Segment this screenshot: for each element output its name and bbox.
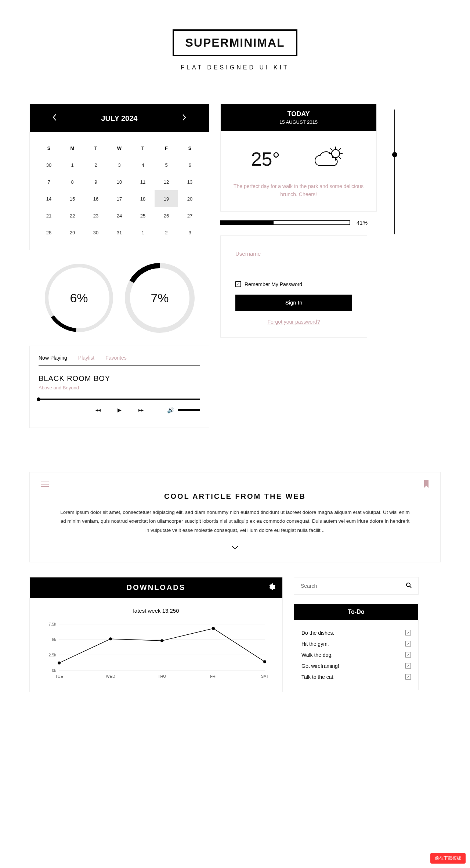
calendar-dow: S	[37, 140, 61, 156]
downloads-caption: latest week 13,250	[41, 608, 271, 614]
todo-item[interactable]: Walk the dog. ✓	[301, 649, 411, 660]
calendar-prev-icon[interactable]	[52, 114, 57, 123]
checkbox-icon[interactable]: ✓	[405, 641, 411, 647]
calendar-day[interactable]: 10	[108, 173, 131, 190]
calendar-day[interactable]: 15	[61, 190, 84, 207]
calendar-day[interactable]: 20	[178, 190, 202, 207]
calendar-day[interactable]: 13	[178, 173, 202, 190]
player-tab[interactable]: Playlist	[78, 355, 94, 361]
gauge-label: 6%	[42, 261, 116, 335]
weather-date: 15 AUGUST 2015	[221, 119, 376, 125]
todo-text: Talk to the cat.	[301, 674, 335, 680]
bookmark-icon[interactable]	[423, 480, 429, 489]
calendar-day[interactable]: 12	[155, 173, 178, 190]
calendar-day[interactable]: 30	[37, 156, 61, 173]
calendar-day[interactable]: 19	[155, 190, 178, 207]
calendar-day[interactable]: 1	[61, 156, 84, 173]
calendar-day[interactable]: 1	[131, 224, 155, 241]
todo-item[interactable]: Do the dishes. ✓	[301, 627, 411, 638]
hamburger-icon[interactable]	[41, 481, 49, 489]
calendar-day[interactable]: 6	[178, 156, 202, 173]
calendar-widget: JULY 2024 SMTWTFS30123456789101112131415…	[29, 104, 209, 250]
todo-item[interactable]: Get wireframing! ✓	[301, 660, 411, 671]
play-icon[interactable]: ▶	[118, 407, 122, 413]
calendar-dow: W	[108, 140, 131, 156]
calendar-day[interactable]: 22	[61, 207, 84, 224]
next-track-icon[interactable]: ▸▸	[138, 407, 144, 413]
checkbox-icon[interactable]: ✓	[235, 281, 241, 287]
gear-icon[interactable]	[268, 583, 276, 593]
todo-item[interactable]: Hit the gym. ✓	[301, 638, 411, 649]
calendar-day[interactable]: 7	[37, 173, 61, 190]
vertical-slider[interactable]	[389, 104, 400, 240]
weather-temp: 25°	[251, 148, 280, 170]
svg-text:5k: 5k	[52, 637, 56, 642]
seek-bar[interactable]	[39, 399, 200, 400]
calendar-dow: M	[61, 140, 84, 156]
calendar-next-icon[interactable]	[182, 114, 187, 123]
checkbox-icon[interactable]: ✓	[405, 663, 411, 669]
volume-slider[interactable]	[178, 409, 200, 411]
todo-text: Walk the dog.	[301, 652, 333, 658]
calendar-day[interactable]: 25	[131, 207, 155, 224]
checkbox-icon[interactable]: ✓	[405, 652, 411, 658]
search-input[interactable]	[301, 583, 406, 589]
calendar-day[interactable]: 29	[61, 224, 84, 241]
svg-text:2.5k: 2.5k	[48, 653, 56, 657]
calendar-day[interactable]: 31	[108, 224, 131, 241]
calendar-day[interactable]: 18	[131, 190, 155, 207]
checkbox-icon[interactable]: ✓	[405, 630, 411, 635]
remember-checkbox[interactable]: ✓ Remember My Password	[235, 281, 352, 287]
calendar-day[interactable]: 30	[84, 224, 108, 241]
svg-point-23	[58, 662, 61, 664]
calendar-day[interactable]: 4	[131, 156, 155, 173]
todo-text: Get wireframing!	[301, 663, 339, 669]
svg-text:FRI: FRI	[210, 674, 217, 678]
downloads-widget: DOWNLOADS latest week 13,250 0k2.5k5k7.5…	[29, 577, 283, 692]
calendar-day[interactable]: 23	[84, 207, 108, 224]
weather-today-label: TODAY	[221, 110, 376, 118]
slider-thumb[interactable]	[392, 152, 397, 157]
forgot-password-link[interactable]: Forgot your password?	[235, 319, 352, 325]
calendar-day[interactable]: 14	[37, 190, 61, 207]
prev-track-icon[interactable]: ◂◂	[95, 407, 101, 413]
calendar-day[interactable]: 28	[37, 224, 61, 241]
search-icon[interactable]	[406, 582, 412, 590]
todo-item[interactable]: Talk to the cat. ✓	[301, 671, 411, 682]
downloads-chart: 0k2.5k5k7.5kTUEWEDTHUFRISAT	[41, 620, 268, 679]
calendar-day[interactable]: 2	[155, 224, 178, 241]
svg-line-11	[339, 148, 341, 150]
page-title: SUPERMINIMAL	[173, 29, 297, 56]
signin-button[interactable]: Sign In	[235, 295, 352, 311]
username-input[interactable]	[235, 248, 352, 259]
calendar-day[interactable]: 5	[155, 156, 178, 173]
calendar-day[interactable]: 3	[178, 224, 202, 241]
calendar-day[interactable]: 26	[155, 207, 178, 224]
calendar-day[interactable]: 16	[84, 190, 108, 207]
svg-point-25	[160, 639, 163, 642]
player-tab[interactable]: Favorites	[105, 355, 127, 361]
calendar-day[interactable]: 24	[108, 207, 131, 224]
player-tab[interactable]: Now Playing	[39, 355, 67, 361]
calendar-day[interactable]: 27	[178, 207, 202, 224]
calendar-day[interactable]: 21	[37, 207, 61, 224]
svg-text:THU: THU	[158, 674, 166, 678]
calendar-day[interactable]: 2	[84, 156, 108, 173]
svg-text:0k: 0k	[52, 668, 56, 673]
checkbox-icon[interactable]: ✓	[405, 674, 411, 680]
music-player: Now PlayingPlaylistFavorites BLACK ROOM …	[29, 346, 209, 428]
svg-point-27	[263, 660, 266, 663]
calendar-dow: S	[178, 140, 202, 156]
calendar-day[interactable]: 3	[108, 156, 131, 173]
volume-icon[interactable]: 🔊	[167, 407, 174, 414]
calendar-day[interactable]: 8	[61, 173, 84, 190]
search-box[interactable]	[294, 577, 419, 595]
svg-point-33	[406, 583, 410, 587]
calendar-day[interactable]: 17	[108, 190, 131, 207]
calendar-day[interactable]: 9	[84, 173, 108, 190]
progress-bar[interactable]	[220, 220, 350, 225]
radial-gauge: 6%	[42, 261, 116, 335]
expand-icon[interactable]	[59, 544, 411, 551]
todo-text: Hit the gym.	[301, 641, 329, 647]
calendar-day[interactable]: 11	[131, 173, 155, 190]
